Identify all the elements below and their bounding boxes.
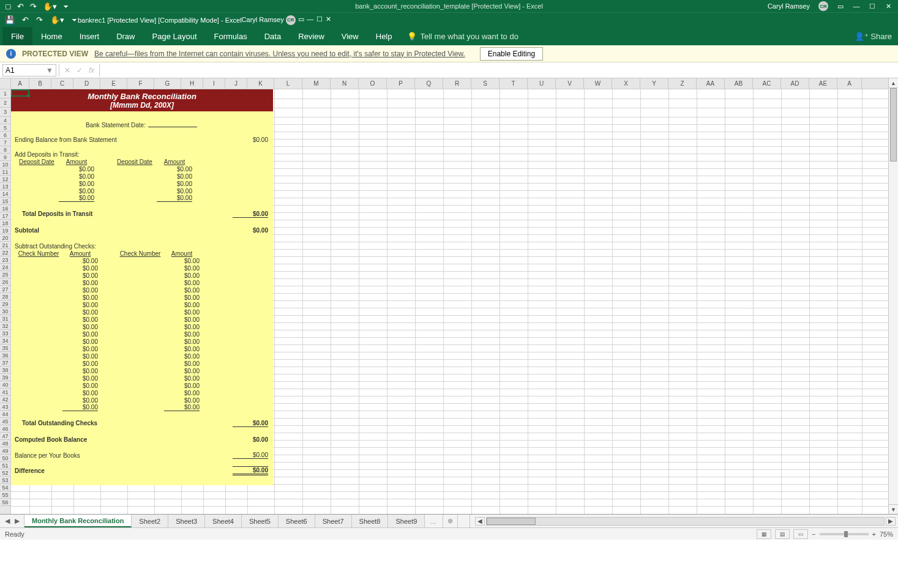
col-header-Q[interactable]: Q	[415, 78, 443, 89]
sheet-tab-2[interactable]: Sheet3	[168, 515, 205, 527]
zoom-in-icon[interactable]: +	[872, 530, 876, 538]
row-header-26[interactable]: 26	[0, 278, 10, 286]
formula-input[interactable]	[102, 64, 898, 76]
col-header-G[interactable]: G	[154, 78, 181, 89]
tab-draw[interactable]: Draw	[108, 27, 143, 45]
sheet-tab-7[interactable]: Sheet8	[352, 515, 389, 527]
row-header-9[interactable]: 9	[0, 154, 10, 161]
close-icon[interactable]: ✕	[885, 2, 892, 10]
row-header-38[interactable]: 38	[0, 367, 10, 374]
sheet-nav-arrows[interactable]: ◀ ▶	[0, 515, 24, 527]
tell-me-search[interactable]: 💡	[407, 32, 543, 41]
col-header-P[interactable]: P	[387, 78, 415, 89]
row-header-13[interactable]: 13	[0, 183, 10, 190]
row-header-21[interactable]: 21	[0, 242, 10, 249]
row-header-7[interactable]: 7	[0, 139, 10, 146]
scroll-down-icon[interactable]: ▼	[889, 504, 898, 514]
touch-icon-2[interactable]: ✋▾	[50, 15, 64, 24]
row-header-18[interactable]: 18	[0, 220, 10, 227]
close-icon-2[interactable]: ✕	[325, 16, 332, 23]
normal-view-icon[interactable]: ▦	[757, 529, 771, 539]
col-header-U[interactable]: U	[528, 78, 556, 89]
page-break-view-icon[interactable]: ▭	[793, 529, 808, 539]
horizontal-scrollbar[interactable]: ◀ ▶	[470, 515, 898, 527]
add-sheet-button[interactable]: ⊕	[443, 515, 457, 527]
row-header-6[interactable]: 6	[0, 132, 10, 139]
tab-data[interactable]: Data	[256, 27, 290, 45]
qat-customize-icon-2[interactable]: ⏷	[72, 17, 78, 23]
row-header-44[interactable]: 44	[0, 411, 10, 418]
undo-icon[interactable]: ↶	[17, 2, 24, 11]
col-header-W[interactable]: W	[584, 78, 612, 89]
zoom-slider[interactable]	[820, 533, 869, 535]
col-header-AA[interactable]: AA	[697, 78, 725, 89]
col-header-Y[interactable]: Y	[640, 78, 668, 89]
row-header-20[interactable]: 20	[0, 234, 10, 242]
col-header-L[interactable]: L	[274, 78, 302, 89]
col-header-X[interactable]: X	[612, 78, 640, 89]
tab-page-layout[interactable]: Page Layout	[144, 27, 206, 45]
col-header-J[interactable]: J	[225, 78, 247, 89]
row-header-23[interactable]: 23	[0, 256, 10, 264]
row-header-10[interactable]: 10	[0, 161, 10, 168]
row-header-53[interactable]: 53	[0, 477, 10, 484]
row-header-27[interactable]: 27	[0, 286, 10, 293]
vscroll-thumb[interactable]	[890, 88, 897, 162]
col-header-B[interactable]: B	[29, 78, 51, 89]
row-header-35[interactable]: 35	[0, 344, 10, 352]
row-header-25[interactable]: 25	[0, 271, 10, 278]
row-header-5[interactable]: 5	[0, 124, 10, 132]
row-header-52[interactable]: 52	[0, 469, 10, 477]
select-all-corner[interactable]	[0, 78, 11, 89]
page-layout-view-icon[interactable]: ▤	[775, 529, 790, 539]
col-header-O[interactable]: O	[359, 78, 387, 89]
col-header-E[interactable]: E	[100, 78, 127, 89]
row-header-34[interactable]: 34	[0, 337, 10, 344]
sheet-tab-3[interactable]: Sheet4	[205, 515, 242, 527]
row-header-4[interactable]: 4	[0, 117, 10, 124]
row-header-39[interactable]: 39	[0, 374, 10, 381]
tab-file[interactable]: File	[2, 27, 32, 45]
tell-me-input[interactable]	[421, 32, 543, 41]
user-avatar-1[interactable]: CR	[818, 1, 828, 11]
redo-icon[interactable]: ↷	[30, 2, 37, 11]
row-header-40[interactable]: 40	[0, 381, 10, 389]
col-header-M[interactable]: M	[302, 78, 331, 89]
row-headers[interactable]: 1234567891011121314151617181920212223242…	[0, 89, 11, 514]
minimize-icon-2[interactable]: —	[307, 15, 314, 23]
row-header-19[interactable]: 19	[0, 227, 10, 234]
zoom-level[interactable]: 75%	[880, 530, 893, 538]
col-header-A[interactable]: A	[837, 78, 862, 89]
row-header-32[interactable]: 32	[0, 322, 10, 330]
row-header-36[interactable]: 36	[0, 352, 10, 359]
row-header-54[interactable]: 54	[0, 484, 10, 491]
sheet-tab-1[interactable]: Sheet2	[132, 515, 168, 527]
vertical-scrollbar[interactable]: ▲ ▼	[888, 78, 898, 514]
row-header-2[interactable]: 2	[0, 99, 10, 108]
sheet-nav-prev-icon[interactable]: ◀	[5, 517, 10, 525]
row-header-28[interactable]: 28	[0, 293, 10, 300]
fx-icon[interactable]: fx	[89, 66, 94, 75]
tab-formulas[interactable]: Formulas	[206, 27, 256, 45]
row-header-17[interactable]: 17	[0, 212, 10, 220]
sheet-tab-8[interactable]: Sheet9	[388, 515, 425, 527]
save-icon[interactable]: 💾	[5, 15, 15, 24]
sheet-tab-6[interactable]: Sheet7	[315, 515, 352, 527]
col-header-AD[interactable]: AD	[781, 78, 809, 89]
cells-canvas[interactable]: Monthly Bank Reconciliation [Mmmm Dd, 20…	[11, 89, 898, 514]
col-header-R[interactable]: R	[443, 78, 471, 89]
hscroll-left-icon[interactable]: ◀	[475, 517, 485, 526]
col-header-T[interactable]: T	[500, 78, 528, 89]
qat-customize-icon[interactable]: ⏷	[63, 3, 69, 10]
row-header-30[interactable]: 30	[0, 308, 10, 315]
user-avatar-2[interactable]: CR	[286, 15, 296, 25]
undo-icon-2[interactable]: ↶	[22, 15, 29, 24]
row-header-42[interactable]: 42	[0, 396, 10, 403]
col-header-A[interactable]: A	[11, 78, 29, 89]
col-header-F[interactable]: F	[127, 78, 154, 89]
row-header-41[interactable]: 41	[0, 389, 10, 396]
row-header-31[interactable]: 31	[0, 315, 10, 322]
row-header-3[interactable]: 3	[0, 108, 10, 117]
sheet-more-icon[interactable]: …	[425, 515, 441, 527]
row-header-48[interactable]: 48	[0, 440, 10, 447]
